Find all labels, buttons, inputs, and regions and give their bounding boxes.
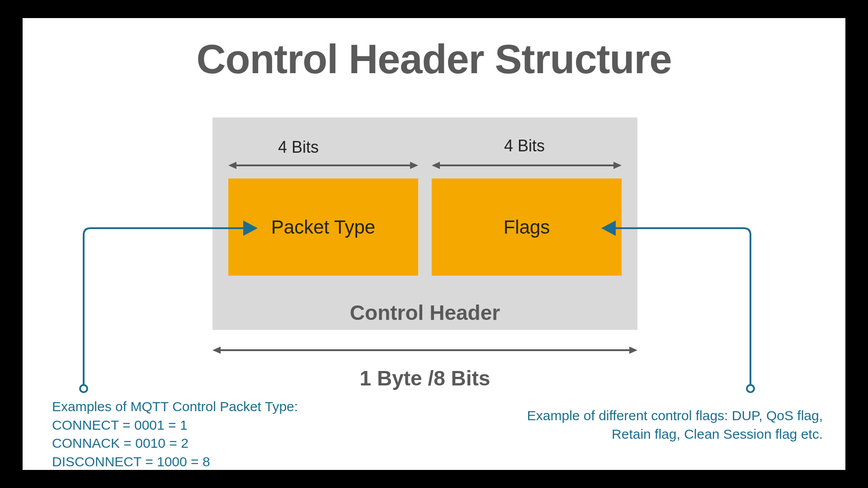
svg-marker-7 — [212, 347, 221, 354]
callout-left-line2: CONNECT = 0001 = 1 — [52, 416, 298, 435]
packet-type-field: Packet Type — [228, 178, 418, 276]
callout-left-line1: Examples of MQTT Control Packet Type: — [52, 398, 298, 416]
byte-label: 1 Byte /8 Bits — [212, 366, 637, 390]
callout-left: Examples of MQTT Control Packet Type: CO… — [52, 398, 298, 471]
dim-arrow-left — [228, 161, 418, 170]
slide: Control Header Structure 4 Bits 4 Bits P… — [23, 18, 845, 470]
svg-marker-5 — [613, 162, 622, 169]
svg-point-9 — [80, 385, 87, 392]
flags-field: Flags — [432, 178, 622, 276]
svg-point-11 — [747, 385, 754, 392]
flags-label: Flags — [504, 216, 550, 238]
callout-left-line4: DISCONNECT = 1000 = 8 — [52, 453, 298, 471]
bits-label-right: 4 Bits — [504, 136, 545, 155]
slide-title: Control Header Structure — [23, 36, 845, 83]
svg-marker-2 — [410, 162, 418, 169]
dim-arrow-right — [432, 161, 622, 170]
svg-marker-8 — [629, 347, 637, 354]
bits-label-left: 4 Bits — [278, 138, 319, 157]
control-header-label: Control Header — [212, 300, 637, 325]
callout-right: Example of different control flags: DUP,… — [497, 407, 823, 443]
callout-left-line3: CONNACK = 0010 = 2 — [52, 434, 298, 453]
svg-marker-4 — [432, 162, 440, 169]
packet-type-label: Packet Type — [271, 216, 375, 238]
svg-marker-1 — [228, 162, 236, 169]
dim-arrow-byte — [212, 346, 637, 355]
